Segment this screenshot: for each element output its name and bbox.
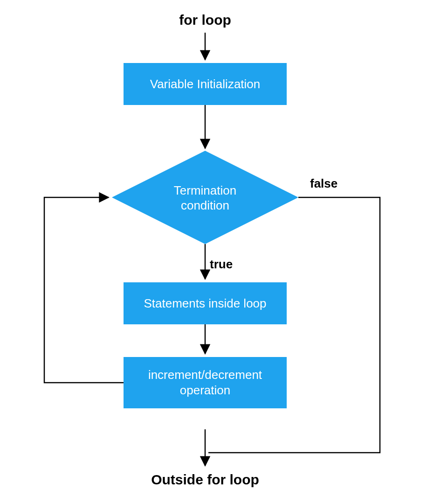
diagram-title: for loop — [179, 12, 231, 28]
edge-label-false: false — [310, 176, 337, 190]
node-incr-label-1: increment/decrement — [148, 368, 262, 382]
svg-marker-1 — [112, 151, 298, 244]
edge-cond-false-right — [208, 197, 380, 453]
edge-incr-to-cond-loopback — [44, 197, 124, 383]
node-termination-condition: Termination condition — [112, 151, 298, 244]
node-init-label: Variable Initialization — [150, 77, 261, 91]
node-increment-decrement: increment/decrement operation — [124, 357, 287, 408]
node-cond-label-1: Termination — [174, 183, 236, 197]
flowchart-svg: for loop Variable Initialization Termina… — [0, 0, 427, 504]
node-variable-initialization: Variable Initialization — [124, 63, 287, 105]
edge-label-true: true — [210, 257, 233, 271]
node-statements-inside-loop: Statements inside loop — [124, 282, 287, 324]
node-incr-label-2: operation — [180, 383, 230, 397]
exit-label: Outside for loop — [151, 472, 259, 487]
node-body-label: Statements inside loop — [144, 296, 266, 310]
node-cond-label-2: condition — [181, 198, 229, 212]
